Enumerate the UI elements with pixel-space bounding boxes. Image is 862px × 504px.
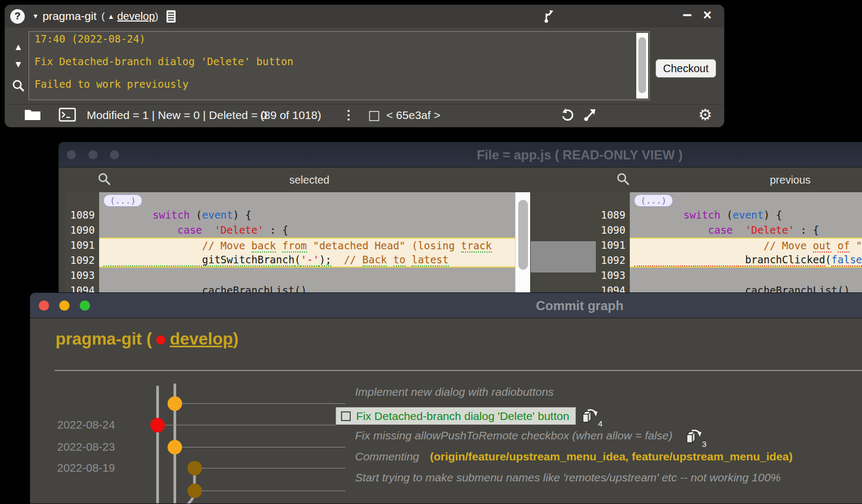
main-statusbar: Modified = 1 | New = 0 | Deleted = 0 (89… xyxy=(5,104,724,127)
line-number: 1090 xyxy=(596,222,630,237)
diff-toolbar: selected previous xyxy=(59,167,862,192)
zoom-traffic-light[interactable] xyxy=(80,300,90,311)
commit-message[interactable]: Implement new dialog with radiobuttons xyxy=(355,386,554,398)
commit-connector-line xyxy=(202,468,345,468)
zoom-traffic-light[interactable] xyxy=(110,150,119,159)
pin-arrow-icon[interactable] xyxy=(582,108,597,123)
squash-count-badge: 3 xyxy=(702,439,706,449)
right-line-number-gutter: 1089 1090 1091 1092 1093 1094 xyxy=(596,192,630,298)
checkout-button[interactable]: Checkout xyxy=(656,59,716,78)
commit-hash-label: < 65e3af > xyxy=(386,109,440,122)
diff-window: File = app.js ( READ-ONLY VIEW ) selecte… xyxy=(58,142,862,299)
close-traffic-light[interactable] xyxy=(39,300,49,311)
left-pane-scrollbar-thumb[interactable] xyxy=(518,200,528,270)
message-scrollbar[interactable] xyxy=(636,33,648,99)
commit-dot-selected-red[interactable] xyxy=(150,418,165,432)
status-checkbox[interactable] xyxy=(369,111,379,121)
minimize-button[interactable]: − xyxy=(683,6,692,24)
line-number: 1090 xyxy=(65,222,99,237)
branch-link[interactable]: develop xyxy=(170,330,233,348)
commit-message[interactable]: Start trying to make submenu names like … xyxy=(355,471,781,484)
chevron-down-icon[interactable]: ▼ xyxy=(32,12,39,20)
git-branch-icon[interactable] xyxy=(543,9,555,24)
commit-dot-darkgold[interactable] xyxy=(187,484,202,498)
code-line: case 'Delete' : { xyxy=(99,222,515,237)
commit-dot-darkgold[interactable] xyxy=(187,461,202,475)
code-line xyxy=(99,268,515,283)
selected-commit-message[interactable]: Fix Detached-branch dialog 'Delete' butt… xyxy=(356,410,569,423)
notes-icon[interactable] xyxy=(166,10,176,23)
help-icon[interactable]: ? xyxy=(10,9,25,24)
code-line: switch (event) { xyxy=(99,207,515,222)
message-line-3: Failed to work previously xyxy=(34,78,189,90)
search-icon[interactable] xyxy=(616,172,630,186)
desktop: ? ▼ pragma-git ( ▲ develop ) − × ▲ ▼ 17:… xyxy=(0,0,862,504)
changed-code-line: branchClicked(false xyxy=(630,253,862,268)
commit-dot-orange[interactable] xyxy=(168,440,182,454)
minimize-traffic-light[interactable] xyxy=(59,300,69,311)
squash-count-badge: 4 xyxy=(598,419,602,428)
commit-connector-line xyxy=(202,491,345,491)
squash-cube-icon[interactable] xyxy=(581,407,599,424)
diff-titlebar: File = app.js ( READ-ONLY VIEW ) xyxy=(59,142,862,167)
history-down-icon[interactable]: ▼ xyxy=(10,59,26,70)
changed-code-line: // Move back from "detached Head" (losin… xyxy=(99,237,515,253)
branch-ref-labels: (origin/feature/upstream_menu_idea, feat… xyxy=(430,450,793,463)
folder-icon[interactable] xyxy=(24,108,41,121)
graph-titlebar: Commit graph xyxy=(30,293,862,318)
commit-connector-line xyxy=(165,425,336,425)
diff-change-marker xyxy=(531,241,596,272)
history-up-icon[interactable]: ▲ xyxy=(10,42,26,53)
line-number: 1091 xyxy=(596,237,630,253)
graph-window-title: Commit graph xyxy=(536,298,624,313)
branch-ahead-icon: ▲ xyxy=(108,12,115,20)
left-pane-scrollbar[interactable] xyxy=(515,192,530,298)
left-pane-label: selected xyxy=(289,174,330,186)
graph-date: 2022-08-19 xyxy=(57,461,115,474)
commit-message-box[interactable]: 17:40 (2022-08-24) Fix Detached-branch d… xyxy=(29,31,650,100)
commit-graph-window: Commit graph pragma-git (develop) 2022-0… xyxy=(30,292,862,504)
branch-paren-close: ) xyxy=(155,10,158,22)
diff-window-title: File = app.js ( READ-ONLY VIEW ) xyxy=(477,148,683,163)
line-number: 1092 xyxy=(65,253,99,268)
current-commit-dot xyxy=(156,335,165,345)
file-counts-label: Modified = 1 | New = 0 | Deleted = 0 xyxy=(87,109,267,122)
overflow-menu-icon[interactable] xyxy=(347,110,350,121)
left-code-pane[interactable]: (...) switch (event) { case 'Delete' : {… xyxy=(99,192,515,298)
undo-icon[interactable] xyxy=(560,108,575,123)
close-button[interactable]: × xyxy=(703,7,712,24)
commit-checkbox[interactable] xyxy=(341,411,351,421)
squash-cube-icon[interactable] xyxy=(685,428,703,445)
heading-paren-close: ) xyxy=(233,330,238,348)
close-traffic-light[interactable] xyxy=(67,150,76,159)
graph-date: 2022-08-23 xyxy=(57,440,115,453)
commit-message[interactable]: Fix missing allowPushToRemote checkbox (… xyxy=(355,429,672,442)
right-pane-label: previous xyxy=(770,174,811,186)
selected-commit-row[interactable]: Fix Detached-branch dialog 'Delete' butt… xyxy=(336,407,576,425)
message-line-2: Fix Detached-branch dialog 'Delete' butt… xyxy=(34,55,293,67)
right-code-pane[interactable]: (...) switch (event) { case 'Delete' : {… xyxy=(630,192,862,298)
diff-code-area: 1089 1090 1091 1092 1093 1094 (...) swit… xyxy=(59,192,862,298)
branch-link[interactable]: develop xyxy=(117,10,155,23)
repo-title: pragma-git xyxy=(43,10,96,23)
commit-connector-line xyxy=(182,447,345,447)
settings-gear-icon[interactable]: ⚙ xyxy=(698,106,712,124)
commit-connector-line xyxy=(182,403,345,404)
commit-message[interactable]: Commenting (origin/feature/upstream_menu… xyxy=(355,450,793,463)
collapsed-region-pill[interactable]: (...) xyxy=(99,192,515,207)
search-icon[interactable] xyxy=(98,172,112,186)
line-number: 1093 xyxy=(65,268,99,283)
collapsed-region-pill[interactable]: (...) xyxy=(630,192,862,207)
message-scrollbar-thumb[interactable] xyxy=(638,37,646,93)
minimize-traffic-light[interactable] xyxy=(88,150,98,159)
graph-date: 2022-08-24 xyxy=(57,418,115,431)
search-icon[interactable] xyxy=(10,79,26,93)
commit-dot-orange[interactable] xyxy=(168,396,182,411)
line-number: 1092 xyxy=(596,253,630,268)
changed-code-line: gitSwitchBranch('-'); // Back to latest xyxy=(99,253,515,268)
terminal-icon[interactable] xyxy=(59,108,76,122)
graph-repo-heading: pragma-git (develop) xyxy=(55,330,239,349)
commit-message-text: Commenting xyxy=(355,450,419,463)
left-line-number-gutter: 1089 1090 1091 1092 1093 1094 xyxy=(65,192,99,298)
code-line: switch (event) { xyxy=(630,207,862,222)
